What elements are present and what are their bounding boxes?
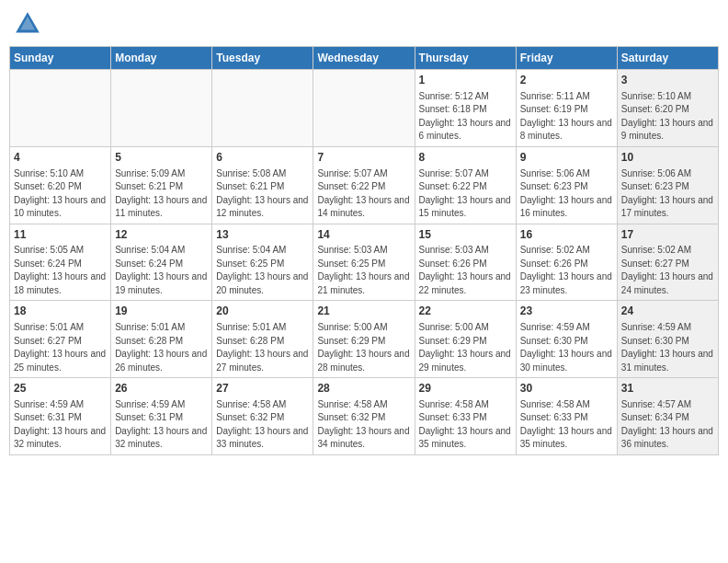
cell-content: Sunrise: 4:59 AM Sunset: 6:30 PM Dayligh… (621, 321, 714, 374)
calendar-cell: 4Sunrise: 5:10 AM Sunset: 6:20 PM Daylig… (10, 146, 111, 224)
calendar-header-row: SundayMondayTuesdayWednesdayThursdayFrid… (10, 47, 719, 70)
cell-content: Sunrise: 5:08 AM Sunset: 6:21 PM Dayligh… (216, 167, 309, 221)
day-number: 14 (317, 227, 410, 243)
day-number: 28 (317, 381, 410, 396)
cell-content: Sunrise: 5:04 AM Sunset: 6:25 PM Dayligh… (216, 244, 309, 297)
day-number: 24 (621, 304, 714, 319)
page-header (9, 9, 719, 39)
cell-content: Sunrise: 5:10 AM Sunset: 6:20 PM Dayligh… (621, 90, 714, 144)
cell-content: Sunrise: 5:07 AM Sunset: 6:22 PM Dayligh… (419, 167, 512, 221)
week-row-3: 11Sunrise: 5:05 AM Sunset: 6:24 PM Dayli… (10, 224, 719, 301)
cell-content: Sunrise: 5:10 AM Sunset: 6:20 PM Dayligh… (14, 167, 107, 221)
cell-content: Sunrise: 4:58 AM Sunset: 6:33 PM Dayligh… (520, 398, 613, 452)
calendar-cell: 23Sunrise: 4:59 AM Sunset: 6:30 PM Dayli… (516, 301, 617, 378)
cell-content: Sunrise: 4:58 AM Sunset: 6:32 PM Dayligh… (216, 398, 309, 452)
calendar-cell (212, 70, 313, 147)
day-number: 31 (621, 381, 714, 396)
cell-content: Sunrise: 5:01 AM Sunset: 6:28 PM Dayligh… (216, 321, 309, 374)
cell-content: Sunrise: 5:00 AM Sunset: 6:29 PM Dayligh… (317, 321, 410, 374)
day-number: 9 (520, 150, 613, 166)
day-number: 15 (419, 227, 512, 243)
calendar-cell: 20Sunrise: 5:01 AM Sunset: 6:28 PM Dayli… (212, 301, 313, 378)
calendar-cell: 7Sunrise: 5:07 AM Sunset: 6:22 PM Daylig… (313, 146, 415, 224)
cell-content: Sunrise: 5:06 AM Sunset: 6:23 PM Dayligh… (621, 167, 714, 221)
calendar-cell: 25Sunrise: 4:59 AM Sunset: 6:31 PM Dayli… (10, 378, 111, 455)
day-number: 12 (115, 227, 208, 243)
day-number: 17 (621, 227, 714, 243)
calendar-cell: 10Sunrise: 5:06 AM Sunset: 6:23 PM Dayli… (617, 146, 718, 224)
calendar-cell: 13Sunrise: 5:04 AM Sunset: 6:25 PM Dayli… (212, 224, 313, 301)
day-number: 20 (216, 304, 309, 319)
week-row-2: 4Sunrise: 5:10 AM Sunset: 6:20 PM Daylig… (10, 146, 719, 224)
calendar-cell: 15Sunrise: 5:03 AM Sunset: 6:26 PM Dayli… (415, 224, 516, 301)
calendar-cell (111, 70, 212, 147)
calendar-cell (313, 70, 415, 147)
cell-content: Sunrise: 5:09 AM Sunset: 6:21 PM Dayligh… (115, 167, 208, 221)
calendar-cell: 16Sunrise: 5:02 AM Sunset: 6:26 PM Dayli… (516, 224, 617, 301)
cell-content: Sunrise: 5:07 AM Sunset: 6:22 PM Dayligh… (317, 167, 410, 221)
calendar-cell: 17Sunrise: 5:02 AM Sunset: 6:27 PM Dayli… (617, 224, 718, 301)
cell-content: Sunrise: 5:00 AM Sunset: 6:29 PM Dayligh… (419, 321, 512, 374)
cell-content: Sunrise: 5:01 AM Sunset: 6:27 PM Dayligh… (14, 321, 107, 374)
day-number: 29 (419, 381, 512, 396)
calendar-cell: 2Sunrise: 5:11 AM Sunset: 6:19 PM Daylig… (516, 70, 617, 147)
header-monday: Monday (111, 47, 212, 70)
header-wednesday: Wednesday (313, 47, 415, 70)
day-number: 5 (115, 150, 208, 166)
header-saturday: Saturday (617, 47, 718, 70)
calendar-cell: 6Sunrise: 5:08 AM Sunset: 6:21 PM Daylig… (212, 146, 313, 224)
cell-content: Sunrise: 5:12 AM Sunset: 6:18 PM Dayligh… (419, 90, 512, 144)
cell-content: Sunrise: 5:03 AM Sunset: 6:26 PM Dayligh… (419, 244, 512, 297)
logo (13, 9, 46, 39)
calendar-cell: 9Sunrise: 5:06 AM Sunset: 6:23 PM Daylig… (516, 146, 617, 224)
cell-content: Sunrise: 5:02 AM Sunset: 6:26 PM Dayligh… (520, 244, 613, 297)
calendar-cell: 24Sunrise: 4:59 AM Sunset: 6:30 PM Dayli… (617, 301, 718, 378)
cell-content: Sunrise: 5:01 AM Sunset: 6:28 PM Dayligh… (115, 321, 208, 374)
calendar-cell: 12Sunrise: 5:04 AM Sunset: 6:24 PM Dayli… (111, 224, 212, 301)
cell-content: Sunrise: 5:02 AM Sunset: 6:27 PM Dayligh… (621, 244, 714, 297)
cell-content: Sunrise: 4:59 AM Sunset: 6:31 PM Dayligh… (14, 398, 107, 452)
day-number: 21 (317, 304, 410, 319)
cell-content: Sunrise: 4:59 AM Sunset: 6:31 PM Dayligh… (115, 398, 208, 452)
calendar-cell: 22Sunrise: 5:00 AM Sunset: 6:29 PM Dayli… (415, 301, 516, 378)
cell-content: Sunrise: 4:59 AM Sunset: 6:30 PM Dayligh… (520, 321, 613, 374)
header-sunday: Sunday (10, 47, 111, 70)
calendar-cell: 5Sunrise: 5:09 AM Sunset: 6:21 PM Daylig… (111, 146, 212, 224)
calendar-cell: 3Sunrise: 5:10 AM Sunset: 6:20 PM Daylig… (617, 70, 718, 147)
day-number: 18 (14, 304, 107, 319)
cell-content: Sunrise: 4:58 AM Sunset: 6:32 PM Dayligh… (317, 398, 410, 452)
calendar: SundayMondayTuesdayWednesdayThursdayFrid… (9, 46, 719, 455)
cell-content: Sunrise: 4:58 AM Sunset: 6:33 PM Dayligh… (419, 398, 512, 452)
week-row-4: 18Sunrise: 5:01 AM Sunset: 6:27 PM Dayli… (10, 301, 719, 378)
day-number: 6 (216, 150, 309, 166)
day-number: 26 (115, 381, 208, 396)
header-tuesday: Tuesday (212, 47, 313, 70)
day-number: 10 (621, 150, 714, 166)
calendar-cell: 30Sunrise: 4:58 AM Sunset: 6:33 PM Dayli… (516, 378, 617, 455)
header-friday: Friday (516, 47, 617, 70)
calendar-cell: 19Sunrise: 5:01 AM Sunset: 6:28 PM Dayli… (111, 301, 212, 378)
day-number: 23 (520, 304, 613, 319)
calendar-cell (10, 70, 111, 147)
day-number: 13 (216, 227, 309, 243)
header-thursday: Thursday (415, 47, 516, 70)
calendar-cell: 11Sunrise: 5:05 AM Sunset: 6:24 PM Dayli… (10, 224, 111, 301)
cell-content: Sunrise: 5:05 AM Sunset: 6:24 PM Dayligh… (14, 244, 107, 297)
calendar-cell: 31Sunrise: 4:57 AM Sunset: 6:34 PM Dayli… (617, 378, 718, 455)
day-number: 3 (621, 73, 714, 88)
day-number: 2 (520, 73, 613, 88)
day-number: 30 (520, 381, 613, 396)
cell-content: Sunrise: 5:06 AM Sunset: 6:23 PM Dayligh… (520, 167, 613, 221)
calendar-cell: 18Sunrise: 5:01 AM Sunset: 6:27 PM Dayli… (10, 301, 111, 378)
day-number: 4 (14, 150, 107, 166)
day-number: 19 (115, 304, 208, 319)
day-number: 25 (14, 381, 107, 396)
day-number: 16 (520, 227, 613, 243)
day-number: 8 (419, 150, 512, 166)
cell-content: Sunrise: 5:11 AM Sunset: 6:19 PM Dayligh… (520, 90, 613, 144)
calendar-cell: 27Sunrise: 4:58 AM Sunset: 6:32 PM Dayli… (212, 378, 313, 455)
calendar-cell: 28Sunrise: 4:58 AM Sunset: 6:32 PM Dayli… (313, 378, 415, 455)
logo-icon (13, 9, 42, 39)
calendar-cell: 26Sunrise: 4:59 AM Sunset: 6:31 PM Dayli… (111, 378, 212, 455)
calendar-cell: 8Sunrise: 5:07 AM Sunset: 6:22 PM Daylig… (415, 146, 516, 224)
